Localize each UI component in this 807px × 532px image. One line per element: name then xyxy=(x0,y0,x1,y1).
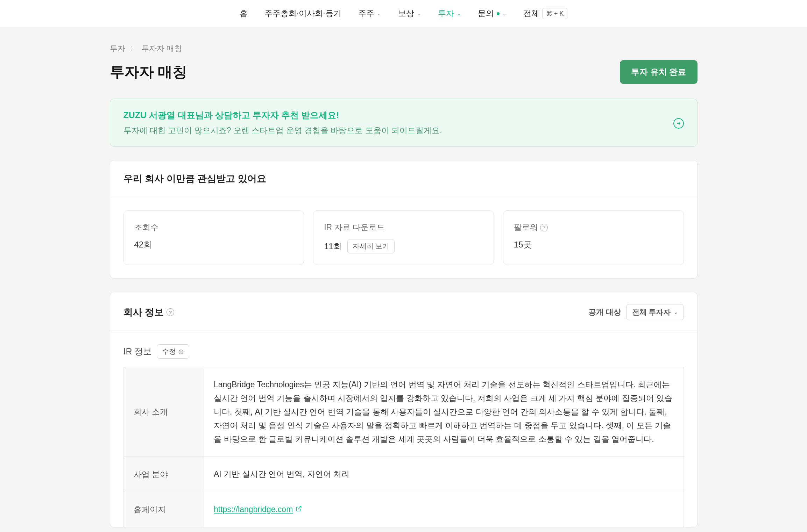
help-icon[interactable]: ? xyxy=(167,308,174,316)
nav-investment[interactable]: 투자 ⌄ xyxy=(438,8,461,19)
breadcrumb: 투자 〉 투자자 매칭 xyxy=(110,43,698,54)
chevron-down-icon: ⌄ xyxy=(674,309,678,315)
notification-dot-icon xyxy=(497,12,500,15)
stat-label: IR 자료 다운로드 xyxy=(324,222,483,233)
stat-label: 팔로워 xyxy=(514,222,538,233)
detail-button[interactable]: 자세히 보기 xyxy=(347,239,395,253)
nav-compensation[interactable]: 보상 ⌄ xyxy=(398,8,421,19)
row-label: 홈페이지 xyxy=(123,492,204,527)
row-label: 사업 분야 xyxy=(123,457,204,492)
company-info-card: 회사 정보 ? 공개 대상 전체 투자자 ⌄ IR 정보 수정 ⊕ xyxy=(110,292,698,527)
chevron-down-icon: ⌄ xyxy=(377,11,381,16)
stat-downloads: IR 자료 다운로드 11회 자세히 보기 xyxy=(313,210,494,265)
nav-label: 보상 xyxy=(398,8,414,19)
nav-label: 전체 xyxy=(523,8,539,19)
stat-views: 조회수 42회 xyxy=(123,210,304,265)
nav-label: 투자 xyxy=(438,8,454,19)
banner-subtitle: 투자에 대한 고민이 많으시죠? 오랜 스타트업 운영 경험을 바탕으로 도움이… xyxy=(123,125,442,136)
chevron-down-icon: ⌄ xyxy=(457,11,461,16)
company-info-table: 회사 소개 LangBridge Technologies는 인공 지능(AI)… xyxy=(123,367,684,527)
ir-section-title: IR 정보 xyxy=(123,346,152,357)
nav-home[interactable]: 홈 xyxy=(240,8,248,19)
complete-funding-button[interactable]: 투자 유치 완료 xyxy=(620,60,697,84)
visibility-value: 전체 투자자 xyxy=(632,307,671,317)
breadcrumb-item[interactable]: 투자자 매칭 xyxy=(141,43,182,54)
banner-title: ZUZU 서광열 대표님과 상담하고 투자자 추천 받으세요! xyxy=(123,109,442,121)
top-nav: 홈 주주총회·이사회·등기 주주 ⌄ 보상 ⌄ 투자 ⌄ 문의 ⌄ 전체 ⌘ +… xyxy=(0,0,807,27)
nav-inquiry[interactable]: 문의 ⌄ xyxy=(478,8,507,19)
table-row: 홈페이지 https://langbridge.com xyxy=(123,492,684,527)
nav-label: 문의 xyxy=(478,8,494,19)
nav-all[interactable]: 전체 ⌘ + K xyxy=(523,8,568,19)
edit-button[interactable]: 수정 ⊕ xyxy=(157,344,189,359)
nav-shareholders[interactable]: 주주 ⌄ xyxy=(358,8,381,19)
table-row: 사업 분야 AI 기반 실시간 언어 번역, 자연어 처리 xyxy=(123,457,684,492)
company-info-title: 회사 정보 xyxy=(123,306,164,318)
edit-icon: ⊕ xyxy=(178,347,184,356)
external-link-icon xyxy=(296,503,302,515)
chevron-right-icon: 〉 xyxy=(130,44,136,53)
interest-card-title: 우리 회사 이만큼 관심받고 있어요 xyxy=(110,160,697,197)
help-icon[interactable]: ? xyxy=(540,224,548,231)
link-text: https://langbridge.com xyxy=(214,503,293,516)
stat-value: 11회 xyxy=(324,241,342,252)
interest-card: 우리 회사 이만큼 관심받고 있어요 조회수 42회 IR 자료 다운로드 11… xyxy=(110,160,698,279)
nav-label: 주주총회·이사회·등기 xyxy=(264,8,341,19)
nav-meetings[interactable]: 주주총회·이사회·등기 xyxy=(264,8,341,19)
stat-label: 조회수 xyxy=(134,222,293,233)
chevron-down-icon: ⌄ xyxy=(417,11,421,16)
nav-label: 주주 xyxy=(358,8,374,19)
visibility-select[interactable]: 전체 투자자 ⌄ xyxy=(626,304,684,320)
nav-label: 홈 xyxy=(240,8,248,19)
stat-followers: 팔로워 ? 15곳 xyxy=(503,210,684,265)
stat-value: 15곳 xyxy=(514,239,532,250)
breadcrumb-item[interactable]: 투자 xyxy=(110,43,125,54)
row-label: 회사 소개 xyxy=(123,367,204,457)
table-row: 회사 소개 LangBridge Technologies는 인공 지능(AI)… xyxy=(123,367,684,457)
arrow-right-circle-icon xyxy=(673,117,684,129)
row-value: AI 기반 실시간 언어 번역, 자연어 처리 xyxy=(204,457,684,492)
consultation-banner[interactable]: ZUZU 서광열 대표님과 상담하고 투자자 추천 받으세요! 투자에 대한 고… xyxy=(110,99,698,147)
edit-button-label: 수정 xyxy=(162,347,176,356)
homepage-link[interactable]: https://langbridge.com xyxy=(214,503,302,516)
visibility-label: 공개 대상 xyxy=(588,307,621,317)
chevron-down-icon: ⌄ xyxy=(502,11,507,16)
page-title: 투자자 매칭 xyxy=(110,62,187,82)
row-value: LangBridge Technologies는 인공 지능(AI) 기반의 언… xyxy=(204,367,684,457)
keyboard-shortcut: ⌘ + K xyxy=(542,8,568,19)
stat-value: 42회 xyxy=(134,239,152,250)
